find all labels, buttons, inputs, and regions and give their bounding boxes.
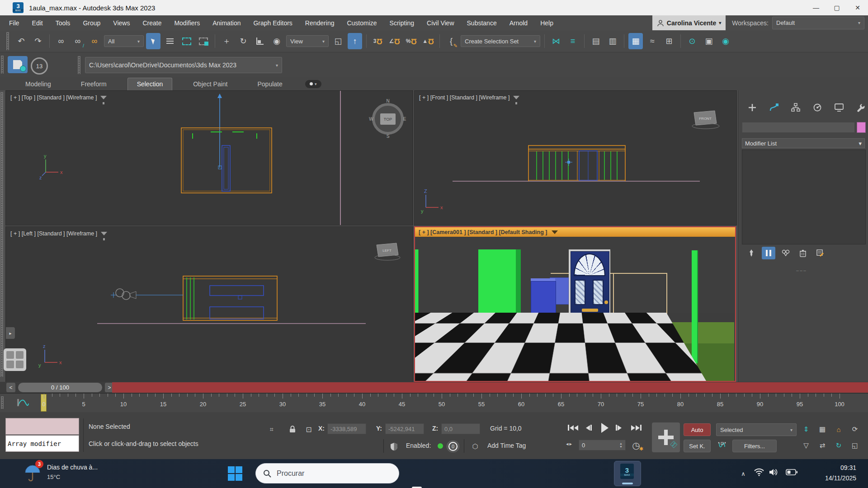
tab-modify[interactable] — [767, 101, 781, 114]
y-coordinate-field[interactable]: -5242,941 — [385, 423, 424, 434]
tab-hierarchy[interactable] — [789, 101, 802, 114]
percent-snap-toggle-button[interactable]: %Ω — [404, 33, 419, 49]
menu-file[interactable]: File — [3, 15, 26, 30]
selection-region-button[interactable] — [179, 33, 194, 49]
tab-utilities[interactable] — [854, 101, 868, 114]
menu-edit[interactable]: Edit — [26, 15, 49, 30]
menu-arnold[interactable]: Arnold — [503, 15, 534, 30]
camera-object[interactable] — [111, 289, 183, 300]
tab-display[interactable] — [832, 101, 846, 114]
ribbon-tab-populate[interactable]: Populate — [248, 78, 291, 90]
configure-modifier-sets-button[interactable] — [813, 247, 827, 259]
redo-button[interactable]: ↷ — [31, 33, 45, 49]
z-coordinate-field[interactable]: 0,0 — [441, 423, 480, 434]
close-button[interactable]: ✕ — [847, 0, 868, 15]
object-name-field[interactable] — [742, 122, 855, 133]
weather-widget[interactable]: 3 — [24, 463, 42, 484]
filters-button[interactable]: Filters... — [732, 440, 777, 452]
pathbar-drag-handle[interactable] — [78, 56, 80, 74]
modifier-stack[interactable] — [742, 150, 866, 244]
make-unique-button[interactable] — [779, 247, 793, 259]
render-setup-button[interactable]: ⊙ — [685, 33, 699, 49]
select-and-move-button[interactable]: ＋ — [219, 33, 234, 49]
rollout-resize-handle[interactable]: ┄┄┄ — [796, 268, 807, 273]
ribbon-tab-modeling[interactable]: Modeling — [16, 78, 60, 90]
toggle-layer-explorer-button[interactable]: ▥ — [605, 33, 620, 49]
angle-snap-toggle-button[interactable]: ∠Ω — [387, 33, 402, 49]
select-by-name-button[interactable] — [163, 33, 177, 49]
user-account-menu[interactable]: Carolina Vicente ▾ — [652, 15, 726, 30]
maxscript-listener-white[interactable]: Array modifier — [5, 435, 79, 452]
menu-customize[interactable]: Customize — [340, 15, 383, 30]
menu-group[interactable]: Group — [76, 15, 107, 30]
go-to-end-button[interactable] — [631, 425, 642, 431]
viewport-flyout-arrow[interactable]: ▸ — [6, 327, 15, 339]
curve-editor-button[interactable]: ≈ — [645, 33, 660, 49]
set-key-mode-button[interactable]: Set K. — [684, 440, 711, 452]
per-view-filter-icon[interactable] — [552, 230, 558, 234]
minimize-button[interactable]: — — [806, 0, 826, 15]
auto-key-button[interactable]: Auto — [684, 423, 711, 436]
selection-lock-icon[interactable] — [286, 423, 299, 436]
maximize-button[interactable]: ▢ — [826, 0, 847, 15]
mini-curve-editor-button[interactable] — [15, 396, 31, 409]
select-object-button[interactable] — [146, 33, 160, 49]
unlink-selection-button[interactable]: ∞/ — [71, 33, 85, 49]
field-of-view-button[interactable]: ▽ — [799, 439, 813, 452]
play-button[interactable] — [601, 423, 609, 433]
reference-coordinate-system-dropdown[interactable]: View▾ — [286, 35, 329, 47]
trackbar-handle[interactable] — [1, 396, 4, 409]
menu-animation[interactable]: Animation — [206, 15, 247, 30]
spinner-snap-toggle-button[interactable]: ▲Ω — [421, 33, 435, 49]
select-and-rotate-button[interactable]: ↻ — [236, 33, 250, 49]
rendered-frame-window-button[interactable]: ▣ — [702, 33, 716, 49]
menu-help[interactable]: Help — [534, 15, 560, 30]
select-and-place-button[interactable]: ◉ — [269, 33, 284, 49]
frame-step-arrows[interactable]: ◂▸ — [566, 441, 572, 447]
time-slider-handle[interactable]: 0 / 100 — [18, 383, 102, 392]
tray-chevron-icon[interactable]: ∧ — [738, 469, 749, 478]
per-view-filter-icon[interactable] — [513, 96, 519, 99]
zoom-extents-button[interactable]: ⌂ — [832, 423, 845, 436]
tab-motion[interactable] — [811, 101, 824, 114]
viewport-dock-handle[interactable] — [0, 92, 3, 380]
isolate-selection-icon[interactable]: ⌗ — [265, 423, 278, 436]
time-configuration-button[interactable]: ◷✱ — [629, 439, 643, 452]
quickrow-drag-handle[interactable] — [1, 56, 4, 74]
ribbon-tab-selection[interactable]: Selection — [127, 78, 173, 90]
toolbar-drag-handle[interactable] — [6, 32, 9, 50]
viewport-left[interactable]: z y x LEFT [ + ] [Left ] [Standard ] [Wi… — [5, 226, 413, 383]
autosave-button[interactable] — [8, 56, 28, 73]
viewcube[interactable]: TOP N S E W — [369, 99, 406, 139]
3dsmax-taskbar-icon[interactable]: 3 MAX — [614, 461, 641, 486]
maxscript-listener-pink[interactable] — [5, 418, 79, 435]
camera-scene[interactable]: z x y — [415, 237, 735, 381]
per-view-filter-icon[interactable] — [101, 232, 107, 235]
show-end-result-button[interactable] — [762, 247, 775, 259]
use-pivot-point-center-button[interactable]: ◱ — [331, 33, 345, 49]
camera-viewport-header[interactable]: [ + ] [Camera001 ] [Standard ] [Default … — [415, 227, 735, 237]
absolute-mode-transform-icon[interactable]: ⊡ — [302, 423, 316, 436]
ribbon-tab-freeform[interactable]: Freeform — [72, 78, 116, 90]
volume-icon[interactable] — [769, 468, 778, 476]
select-and-scale-button[interactable] — [253, 33, 267, 49]
bind-to-space-warp-button[interactable]: ∞ — [87, 33, 102, 49]
mirror-button[interactable]: ⋈ — [549, 33, 563, 49]
menu-graph-editors[interactable]: Graph Editors — [247, 15, 298, 30]
select-and-link-button[interactable]: ∞ — [54, 33, 68, 49]
window-crossing-button[interactable] — [196, 33, 211, 49]
modifier-list-dropdown[interactable]: Modifier List ▾ — [742, 138, 865, 148]
menu-scripting[interactable]: Scripting — [383, 15, 420, 30]
render-production-button[interactable]: ◉ — [718, 33, 733, 49]
menu-views[interactable]: Views — [107, 15, 136, 30]
tab-create[interactable] — [745, 101, 759, 114]
clock-widget[interactable]: 09:31 14/11/2025 — [825, 463, 856, 483]
remove-modifier-button[interactable] — [796, 247, 810, 259]
zoom-all-button[interactable]: ▦ — [816, 423, 829, 436]
menu-civil-view[interactable]: Civil View — [420, 15, 460, 30]
menu-create[interactable]: Create — [136, 15, 168, 30]
go-to-start-button[interactable] — [568, 425, 578, 431]
viewport-top-label[interactable]: [ + ] [Top ] [Standard ] [Wireframe ] — [10, 94, 107, 101]
wifi-icon[interactable] — [754, 468, 764, 476]
ribbon-tab-object-paint[interactable]: Object Paint — [184, 78, 236, 90]
